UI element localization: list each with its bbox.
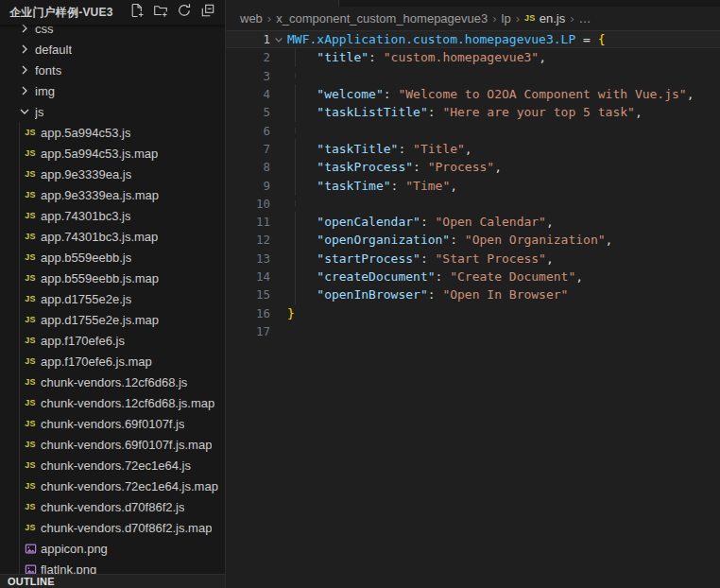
new-file-icon — [129, 3, 145, 22]
tree-file-app.f170efe6.js[interactable]: JSapp.f170efe6.js — [0, 330, 225, 351]
tree-file-app.9e3339ea.js[interactable]: JSapp.9e3339ea.js — [0, 164, 225, 184]
explorer-section-header[interactable]: 企业门户样例-VUE3 — [0, 0, 225, 25]
code-line-16[interactable]: 16} — [226, 303, 720, 321]
tree-file-chunk-vendors.12cf6d68.js[interactable]: JSchunk-vendors.12cf6d68.js — [0, 372, 225, 392]
breadcrumb-item-lp[interactable]: lp — [502, 11, 511, 26]
tree-file-chunk-vendors.72ec1e64.js.map[interactable]: JSchunk-vendors.72ec1e64.js.map — [0, 476, 225, 496]
code-line-8[interactable]: 8 "taskProcess": "Process", — [226, 158, 720, 176]
gutter: 15 — [226, 287, 287, 302]
line-number: 3 — [226, 69, 270, 83]
tree-folder-fonts[interactable]: fonts — [0, 60, 225, 80]
tree-file-chunk-vendors.69f0107f.js[interactable]: JSchunk-vendors.69f0107f.js — [0, 413, 225, 434]
workspace-title: 企业门户样例-VUE3 — [0, 5, 113, 21]
image-file-icon — [23, 563, 38, 575]
line-number: 17 — [226, 324, 270, 338]
code-line-10[interactable]: 10 — [226, 195, 720, 213]
code-line-3[interactable]: 3 — [226, 67, 720, 85]
js-file-icon: JS — [23, 148, 38, 158]
gutter: 9 — [226, 179, 287, 193]
tree-file-chunk-vendors.72ec1e64.js[interactable]: JSchunk-vendors.72ec1e64.js — [0, 455, 225, 476]
js-file-icon: JS — [23, 481, 38, 491]
tab-divider — [338, 0, 339, 7]
code-text: "openInBrowser": "Open In Browser" — [287, 287, 568, 302]
file-label: chunk-vendors.69f0107f.js.map — [41, 438, 212, 452]
refresh-button[interactable] — [177, 5, 192, 20]
file-label: chunk-vendors.69f0107f.js — [41, 417, 184, 431]
code-line-4[interactable]: 4 "welcome": "Welcome to O2OA Component … — [226, 85, 720, 103]
file-label: appicon.png — [41, 542, 108, 556]
code-line-12[interactable]: 12 "openOrganization": "Open Organizatio… — [226, 231, 720, 249]
gutter: 3 — [226, 69, 287, 83]
chevron-down-icon — [17, 104, 32, 119]
outline-section-header[interactable]: OUTLINE — [0, 574, 225, 588]
line-number: 2 — [226, 50, 270, 64]
js-file-icon: JS — [23, 440, 38, 449]
tree-file-chunk-vendors.69f0107f.js.map[interactable]: JSchunk-vendors.69f0107f.js.map — [0, 434, 225, 455]
tree-file-app.d1755e2e.js[interactable]: JSapp.d1755e2e.js — [0, 288, 225, 309]
file-label: chunk-vendors.72ec1e64.js.map — [41, 479, 218, 493]
code-line-15[interactable]: 15 "openInBrowser": "Open In Browser" — [226, 285, 720, 303]
code-text: "taskTitle": "Title", — [287, 142, 472, 156]
file-label: app.f170efe6.js — [41, 334, 125, 348]
fold-chevron-icon[interactable] — [270, 34, 287, 45]
tree-file-app.74301bc3.js[interactable]: JSapp.74301bc3.js — [0, 205, 225, 226]
file-label: app.74301bc3.js.map — [41, 230, 158, 244]
gutter: 1 — [226, 32, 287, 46]
file-label: app.5a994c53.js — [41, 126, 130, 140]
tree-indent-guide — [19, 122, 20, 574]
code-text: "openOrganization": "Open Organization", — [287, 233, 612, 247]
code-line-17[interactable]: 17 — [226, 322, 720, 340]
gutter: 4 — [226, 87, 287, 101]
tree-file-chunk-vendors.12cf6d68.js.map[interactable]: JSchunk-vendors.12cf6d68.js.map — [0, 392, 225, 413]
new-folder-icon — [153, 3, 168, 22]
breadcrumb-item-x_component_custom_homepagevue3[interactable]: x_component_custom_homepagevue3 — [276, 11, 488, 26]
gutter: 13 — [226, 251, 287, 266]
tree-folder-default[interactable]: default — [0, 39, 225, 60]
breadcrumb-separator: › — [570, 11, 574, 26]
tree-file-app.74301bc3.js.map[interactable]: JSapp.74301bc3.js.map — [0, 226, 225, 247]
collapse-all-button[interactable] — [200, 5, 215, 20]
tree-file-app.b559eebb.js[interactable]: JSapp.b559eebb.js — [0, 247, 225, 268]
code-line-7[interactable]: 7 "taskTitle": "Title", — [226, 140, 720, 158]
line-number: 13 — [226, 251, 270, 266]
gutter: 7 — [226, 142, 287, 156]
folder-label: fonts — [35, 63, 61, 78]
code-line-14[interactable]: 14 "createDocument": "Create Document", — [226, 268, 720, 285]
code-editor[interactable]: 1MWF.xApplication.custom.homepagevue3.LP… — [226, 30, 720, 588]
folder-label: img — [35, 84, 55, 98]
code-line-1[interactable]: 1MWF.xApplication.custom.homepagevue3.LP… — [226, 30, 720, 48]
file-label: app.5a994c53.js.map — [41, 147, 158, 161]
tab-bar[interactable] — [226, 0, 720, 7]
tree-file-app.9e3339ea.js.map[interactable]: JSapp.9e3339ea.js.map — [0, 184, 225, 205]
line-number: 15 — [226, 287, 270, 302]
breadcrumb-item-en.js[interactable]: en.js — [540, 11, 565, 26]
line-number: 8 — [226, 160, 270, 174]
tree-folder-img[interactable]: img — [0, 80, 225, 101]
code-line-5[interactable]: 5 "taskListTitle": "Here are your top 5 … — [226, 103, 720, 121]
refresh-icon — [177, 3, 192, 22]
new-file-button[interactable] — [129, 5, 145, 20]
tree-folder-js[interactable]: js — [0, 101, 225, 122]
tree-file-flatlnk.png[interactable]: flatlnk.png — [0, 559, 225, 574]
code-line-2[interactable]: 2 "title": "custom.homepagevue3", — [226, 48, 720, 66]
tree-file-app.b559eebb.js.map[interactable]: JSapp.b559eebb.js.map — [0, 268, 225, 288]
tree-file-app.f170efe6.js.map[interactable]: JSapp.f170efe6.js.map — [0, 351, 225, 372]
code-line-6[interactable]: 6 — [226, 121, 720, 139]
new-folder-button[interactable] — [153, 5, 168, 20]
breadcrumb-item-web[interactable]: web — [240, 11, 263, 26]
active-tab-edge[interactable] — [226, 0, 338, 7]
tree-file-appicon.png[interactable]: appicon.png — [0, 538, 225, 559]
code-line-9[interactable]: 9 "taskTime": "Time", — [226, 176, 720, 194]
js-file-icon: JS — [23, 169, 38, 179]
js-file-icon: JS — [524, 13, 536, 23]
code-line-11[interactable]: 11 "openCalendar": "Open Calendar", — [226, 213, 720, 231]
tree-file-chunk-vendors.d70f86f2.js[interactable]: JSchunk-vendors.d70f86f2.js — [0, 496, 225, 517]
breadcrumb-item-…[interactable]: … — [578, 11, 591, 26]
tree-file-app.d1755e2e.js.map[interactable]: JSapp.d1755e2e.js.map — [0, 309, 225, 330]
tree-file-app.5a994c53.js[interactable]: JSapp.5a994c53.js — [0, 122, 225, 143]
explorer-toolbar — [129, 5, 225, 20]
editor-area: web›x_component_custom_homepagevue3›lp›J… — [226, 0, 720, 588]
code-line-13[interactable]: 13 "startProcess": "Start Process", — [226, 250, 720, 268]
tree-file-app.5a994c53.js.map[interactable]: JSapp.5a994c53.js.map — [0, 143, 225, 164]
tree-file-chunk-vendors.d70f86f2.js.map[interactable]: JSchunk-vendors.d70f86f2.js.map — [0, 517, 225, 538]
